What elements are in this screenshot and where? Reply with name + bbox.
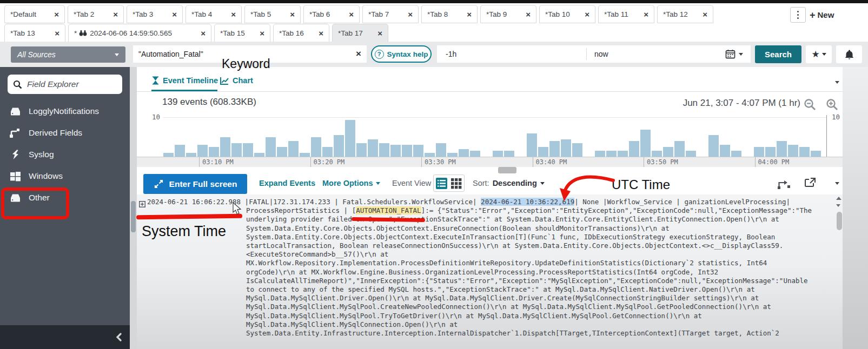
histogram-bar[interactable] [788, 145, 798, 157]
close-icon[interactable]: × [49, 10, 59, 19]
histogram-bar[interactable] [572, 143, 582, 157]
histogram-bar[interactable] [163, 153, 174, 157]
tab[interactable]: *Tab 6× [303, 5, 360, 23]
tab[interactable]: *Tab 8× [421, 5, 478, 23]
histogram-bar[interactable] [345, 120, 355, 157]
histogram-bar[interactable] [618, 151, 628, 157]
histogram-bar[interactable] [561, 139, 571, 157]
list-view-icon[interactable] [435, 177, 448, 190]
histogram-bar[interactable] [197, 145, 208, 157]
histogram-bar[interactable] [459, 149, 469, 157]
zoom-in-button[interactable] [826, 98, 838, 113]
close-icon[interactable]: × [462, 10, 472, 19]
saved-searches-button[interactable]: ★ [806, 45, 832, 63]
sort-dropdown[interactable]: Sort: Descending [473, 179, 545, 187]
histogram-bar[interactable] [765, 147, 776, 157]
expand-event-icon[interactable] [139, 200, 145, 210]
sidebar-item-windows[interactable]: Windows [0, 165, 130, 187]
histogram-bar[interactable] [686, 151, 696, 157]
close-icon[interactable]: × [521, 10, 531, 19]
histogram-bar[interactable] [368, 139, 378, 157]
histogram-bar[interactable] [277, 147, 287, 157]
close-icon[interactable]: × [226, 10, 236, 19]
histogram-bar[interactable] [425, 153, 435, 157]
close-icon[interactable]: × [639, 10, 648, 19]
field-explorer-search[interactable]: Field Explorer [8, 75, 122, 94]
histogram-bar[interactable] [209, 147, 219, 157]
scrollbar-thumb[interactable] [837, 212, 842, 230]
histogram-bar[interactable] [731, 151, 741, 157]
histogram-bar[interactable] [527, 133, 537, 157]
close-icon[interactable]: × [196, 29, 206, 38]
sidebar-item-logglynotifications[interactable]: LogglyNotifications [0, 100, 130, 122]
close-icon[interactable]: × [50, 29, 59, 38]
share-button[interactable] [804, 177, 816, 190]
tab[interactable]: *Tab 10× [539, 5, 595, 23]
search-input[interactable]: "Automation_Fatal" × [133, 45, 367, 63]
histogram-bar[interactable] [288, 141, 299, 157]
tab[interactable]: *Default× [4, 5, 65, 23]
tab-event-timeline[interactable]: Event Timeline [152, 76, 218, 85]
tab[interactable]: *Tab 5× [244, 5, 301, 23]
tab[interactable]: *Tab 15× [214, 24, 270, 42]
tab[interactable]: *Tab 9× [480, 5, 536, 23]
histogram-bar[interactable] [311, 137, 321, 157]
more-actions-icon[interactable] [835, 182, 839, 185]
histogram-bar[interactable] [254, 153, 264, 157]
histogram-bar[interactable] [811, 151, 821, 157]
x-axis[interactable]: 03:10 PM03:20 PM03:30 PM03:40 PM03:50 PM… [137, 157, 843, 167]
histogram-bar[interactable] [720, 145, 730, 157]
tab[interactable]: *Tab 17× [332, 24, 388, 42]
histogram-bar[interactable] [379, 143, 389, 157]
grid-view-icon[interactable] [450, 177, 462, 190]
calendar-picker-button[interactable] [725, 49, 751, 59]
tab[interactable]: *Tab 16× [273, 24, 329, 42]
histogram-bar[interactable] [674, 141, 685, 157]
collapse-sidebar-icon[interactable] [115, 333, 122, 341]
histogram-bar[interactable] [493, 151, 503, 157]
histogram-bar[interactable] [402, 145, 412, 157]
histogram-bar[interactable] [300, 153, 310, 157]
log-event-text[interactable]: 2024-06-21 16:06:22.988 |FATAL|172.31.17… [147, 198, 817, 349]
tab[interactable]: *Tab 11× [598, 5, 654, 23]
tab[interactable]: *Tab 7× [362, 5, 419, 23]
histogram-bar[interactable] [629, 141, 639, 157]
more-options-button[interactable]: More Options [322, 179, 380, 187]
clear-search-icon[interactable]: × [356, 49, 361, 59]
histogram-bar[interactable] [220, 137, 230, 157]
tab[interactable]: *Tab 13× [4, 24, 65, 42]
close-icon[interactable]: × [580, 10, 589, 19]
histogram-bar[interactable] [538, 147, 548, 157]
timeline-drag-handle[interactable] [498, 167, 516, 173]
time-to-input[interactable]: now [587, 50, 725, 58]
histogram-bar[interactable] [470, 151, 480, 157]
histogram-bar[interactable] [652, 151, 662, 157]
scroll-up-icon[interactable] [836, 197, 842, 200]
histogram-bar[interactable] [777, 141, 787, 157]
close-icon[interactable]: × [285, 10, 295, 19]
histogram-bar[interactable] [436, 143, 446, 157]
histogram-bar[interactable] [663, 147, 673, 157]
histogram-bar[interactable] [595, 151, 605, 157]
derived-fields-button[interactable] [777, 178, 791, 192]
histogram-bar[interactable] [606, 151, 617, 157]
histogram-bar[interactable] [549, 141, 560, 157]
histogram-bar[interactable] [175, 145, 185, 157]
collapse-timeline-icon[interactable] [835, 81, 839, 84]
histogram-bar[interactable] [799, 147, 810, 157]
syntax-help-button[interactable]: ? Syntax help [371, 45, 432, 63]
histogram-bar[interactable] [356, 143, 367, 157]
histogram-bar[interactable] [754, 147, 764, 157]
alerts-button[interactable] [836, 45, 862, 63]
sources-dropdown[interactable]: All Sources [11, 46, 125, 63]
scroll-down-icon[interactable] [836, 204, 840, 207]
close-icon[interactable]: × [403, 10, 413, 19]
histogram-bar[interactable] [334, 135, 344, 157]
sidebar-item-syslog[interactable]: Syslog [0, 144, 130, 165]
fullscreen-button[interactable]: Enter Full screen [143, 174, 247, 194]
tab[interactable]: *Tab 12× [657, 5, 713, 23]
close-icon[interactable]: × [255, 29, 264, 38]
close-icon[interactable]: × [108, 10, 118, 19]
histogram-bar[interactable] [186, 153, 196, 157]
expand-events-button[interactable]: Expand Events [259, 179, 315, 187]
